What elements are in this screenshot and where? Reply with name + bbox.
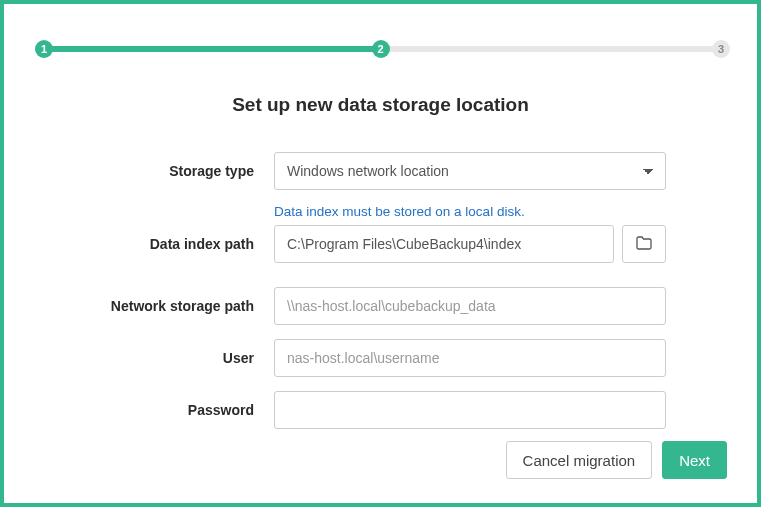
step-2: 2 [372, 40, 390, 58]
storage-type-select[interactable]: Windows network location [274, 152, 666, 190]
cancel-button[interactable]: Cancel migration [506, 441, 653, 479]
label-storage-type: Storage type [34, 163, 274, 179]
row-hint: Data index must be stored on a local dis… [34, 204, 727, 219]
label-data-index-path: Data index path [34, 236, 274, 252]
label-password: Password [34, 402, 274, 418]
page-title: Set up new data storage location [34, 94, 727, 116]
step-3: 3 [712, 40, 730, 58]
network-storage-path-input[interactable] [274, 287, 666, 325]
label-user: User [34, 350, 274, 366]
row-data-index-path: Data index path [34, 225, 727, 263]
progress-stepper: 1 2 3 [34, 38, 727, 60]
row-user: User [34, 339, 727, 377]
progress-fill [38, 46, 385, 52]
row-network-storage-path: Network storage path [34, 287, 727, 325]
next-button[interactable]: Next [662, 441, 727, 479]
label-network-storage-path: Network storage path [34, 298, 274, 314]
folder-icon [636, 236, 652, 253]
browse-button[interactable] [622, 225, 666, 263]
wizard-frame: 1 2 3 Set up new data storage location S… [0, 0, 761, 507]
data-index-hint: Data index must be stored on a local dis… [274, 204, 525, 219]
action-bar: Cancel migration Next [506, 441, 727, 479]
password-input[interactable] [274, 391, 666, 429]
row-storage-type: Storage type Windows network location [34, 152, 727, 190]
step-1: 1 [35, 40, 53, 58]
user-input[interactable] [274, 339, 666, 377]
data-index-path-input[interactable] [274, 225, 614, 263]
row-password: Password [34, 391, 727, 429]
